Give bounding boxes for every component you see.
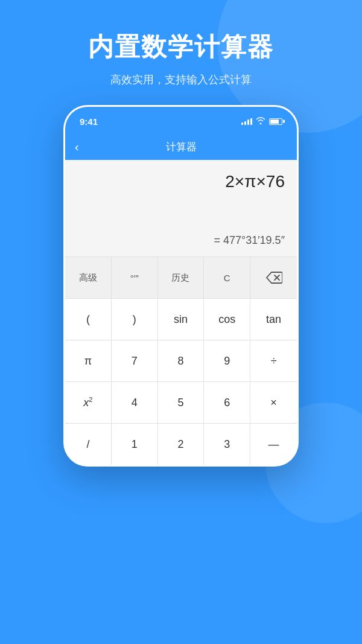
btn-sin[interactable]: sin — [158, 299, 205, 340]
btn-degree-notation[interactable]: °′″ — [112, 257, 158, 298]
calc-row-5: / 1 2 3 — — [65, 423, 297, 465]
btn-delete[interactable] — [250, 257, 297, 298]
btn-2[interactable]: 2 — [158, 424, 205, 465]
btn-slash[interactable]: / — [65, 424, 112, 465]
signal-icon — [241, 118, 252, 125]
btn-4[interactable]: 4 — [112, 382, 158, 423]
btn-divide[interactable]: ÷ — [250, 340, 297, 381]
calc-row-4: x2 4 5 6 × — [65, 381, 297, 423]
btn-open-paren[interactable]: ( — [65, 299, 112, 340]
btn-clear[interactable]: C — [204, 257, 250, 298]
btn-5[interactable]: 5 — [158, 382, 205, 423]
btn-tan[interactable]: tan — [250, 299, 297, 340]
back-button[interactable]: ‹ — [75, 140, 79, 154]
app-header: ‹ 计算器 — [65, 133, 297, 160]
wifi-icon — [256, 116, 265, 126]
calc-row-3: π 7 8 9 ÷ — [65, 340, 297, 381]
header-section: 内置数学计算器 高效实用，支持输入公式计算 — [0, 0, 362, 105]
btn-3[interactable]: 3 — [204, 424, 250, 465]
battery-icon — [269, 118, 282, 125]
delete-icon — [265, 271, 282, 284]
btn-advanced[interactable]: 高级 — [65, 257, 112, 298]
btn-1[interactable]: 1 — [112, 424, 158, 465]
calc-input: 2×π×76 — [225, 172, 285, 191]
calc-row-2: ( ) sin cos tan — [65, 298, 297, 340]
btn-close-paren[interactable]: ) — [112, 299, 158, 340]
btn-6[interactable]: 6 — [204, 382, 250, 423]
calc-keyboard: 高级 °′″ 历史 C — [65, 257, 297, 465]
btn-pi[interactable]: π — [65, 340, 112, 381]
btn-8[interactable]: 8 — [158, 340, 205, 381]
sub-title: 高效实用，支持输入公式计算 — [12, 72, 350, 87]
app-title: 计算器 — [166, 140, 197, 154]
calc-result: = 477°31′19.5″ — [214, 234, 285, 247]
status-time: 9:41 — [80, 116, 98, 127]
btn-square[interactable]: x2 — [65, 382, 112, 423]
btn-9[interactable]: 9 — [204, 340, 250, 381]
phone-mockup: 9:41 ‹ 计算器 2×π×76 = 477 — [63, 105, 299, 467]
btn-subtract[interactable]: — — [250, 424, 297, 465]
status-icons — [241, 116, 282, 126]
status-bar: 9:41 — [65, 107, 297, 133]
btn-multiply[interactable]: × — [250, 382, 297, 423]
btn-7[interactable]: 7 — [112, 340, 158, 381]
main-title: 内置数学计算器 — [12, 30, 350, 64]
btn-cos[interactable]: cos — [204, 299, 250, 340]
calc-row-1: 高级 °′″ 历史 C — [65, 257, 297, 298]
calc-display: 2×π×76 = 477°31′19.5″ — [65, 160, 297, 257]
btn-history[interactable]: 历史 — [158, 257, 205, 298]
